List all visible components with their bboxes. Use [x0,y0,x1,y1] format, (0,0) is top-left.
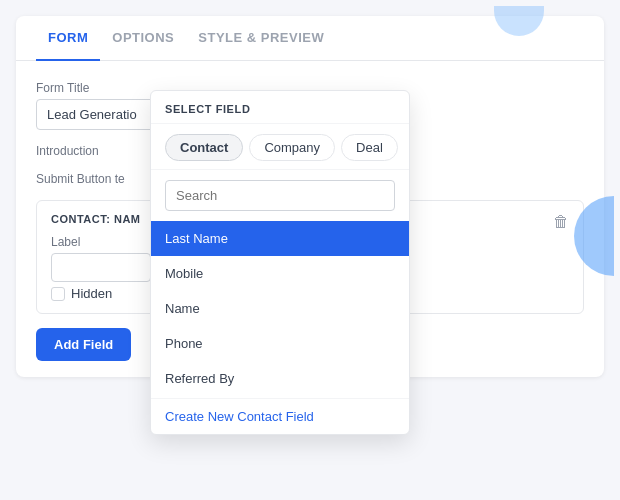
tab-options[interactable]: OPTIONS [100,16,186,61]
list-item-referred-by[interactable]: Referred By [151,361,409,396]
search-input[interactable] [165,180,395,211]
create-contact-field-link[interactable]: Create New Contact Field [151,398,409,434]
dropdown-tab-company[interactable]: Company [249,134,335,161]
list-item-last-name[interactable]: Last Name [151,221,409,256]
add-field-button[interactable]: Add Field [36,328,131,361]
hidden-label: Hidden [71,286,112,301]
dropdown-tab-contact[interactable]: Contact [165,134,243,161]
tab-form[interactable]: FORM [36,16,100,61]
tab-style-preview[interactable]: STYLE & PREVIEW [186,16,336,61]
dropdown-tab-bar: Contact Company Deal [151,124,409,170]
select-field-dropdown: SELECT FIELD Contact Company Deal Last N… [150,90,410,435]
hidden-checkbox[interactable] [51,287,65,301]
dropdown-tab-deal[interactable]: Deal [341,134,398,161]
list-item-phone[interactable]: Phone [151,326,409,361]
dropdown-header: SELECT FIELD [151,91,409,124]
contact-header: CONTACT: NAM [51,213,141,225]
list-item-name[interactable]: Name [151,291,409,326]
contact-field-input[interactable] [51,253,151,282]
field-list: Last Name Mobile Name Phone Referred By … [151,221,409,434]
list-item-mobile[interactable]: Mobile [151,256,409,291]
delete-icon[interactable]: 🗑 [553,213,569,231]
